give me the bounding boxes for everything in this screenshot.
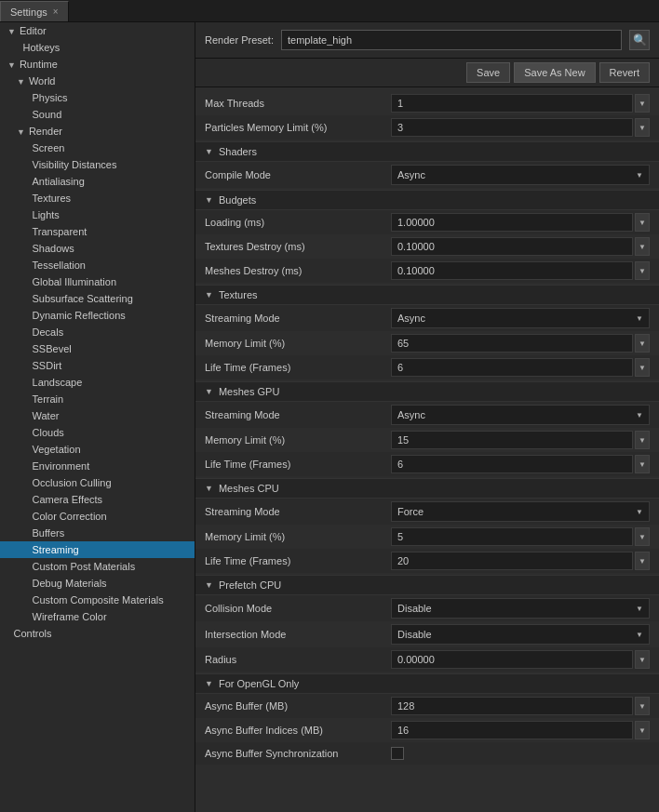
sidebar-item-sound[interactable]: Sound (0, 106, 195, 123)
sidebar-item-global-illumination[interactable]: Global Illumination (0, 273, 195, 290)
field-input[interactable] (391, 237, 633, 256)
form-row: Compile Mode Async ▼ (195, 162, 659, 188)
dropdown-streaming-mode[interactable]: Async ▼ (391, 308, 650, 328)
field-input[interactable] (391, 261, 633, 280)
dropdown-streaming-mode[interactable]: Force ▼ (391, 501, 650, 522)
field-input[interactable] (391, 721, 633, 739)
dropdown-streaming-mode[interactable]: Async ▼ (391, 405, 650, 425)
field-label: Async Buffer (MB) (205, 700, 391, 712)
section-title: Meshes CPU (219, 483, 279, 494)
sidebar-item-runtime[interactable]: ▼Runtime (0, 56, 195, 73)
field-input[interactable] (391, 527, 633, 546)
sidebar-item-ssbevel[interactable]: SSBevel (0, 340, 195, 357)
field-label: Memory Limit (%) (205, 338, 391, 349)
section-header-for-opengl-only[interactable]: ▼ For OpenGL Only (195, 673, 659, 694)
sidebar-item-screen[interactable]: Screen (0, 140, 195, 156)
field-input[interactable] (391, 213, 633, 232)
field-container: ▼ (391, 697, 650, 715)
field-arrow-icon[interactable]: ▼ (635, 721, 650, 739)
field-arrow-icon[interactable]: ▼ (635, 697, 650, 715)
save-as-new-button[interactable]: Save As New (514, 62, 595, 83)
field-arrow-icon[interactable]: ▼ (635, 213, 650, 232)
field-arrow-icon[interactable]: ▼ (635, 650, 650, 669)
arrow-icon (26, 412, 29, 421)
sidebar-item-hotkeys[interactable]: Hotkeys (0, 39, 195, 56)
sidebar-item-antialiasing[interactable]: Antialiasing (0, 173, 195, 190)
search-button[interactable]: 🔍 (629, 30, 650, 50)
sidebar-item-custom-post-materials[interactable]: Custom Post Materials (0, 558, 195, 575)
sidebar-item-controls[interactable]: Controls (0, 625, 195, 642)
sidebar-item-custom-composite-materials[interactable]: Custom Composite Materials (0, 592, 195, 608)
sidebar-item-color-correction[interactable]: Color Correction (0, 508, 195, 525)
sidebar-item-terrain[interactable]: Terrain (0, 391, 195, 407)
field-input[interactable] (391, 358, 633, 377)
field-arrow-icon[interactable]: ▼ (635, 237, 650, 256)
field-input[interactable] (391, 118, 633, 137)
settings-tab[interactable]: Settings × (0, 1, 69, 21)
sidebar-item-lights[interactable]: Lights (0, 206, 195, 223)
sidebar-item-occlusion-culling[interactable]: Occlusion Culling (0, 474, 195, 491)
field-input[interactable] (391, 650, 633, 669)
arrow-icon (26, 245, 29, 254)
sidebar-item-decals[interactable]: Decals (0, 324, 195, 340)
arrow-icon (26, 546, 29, 555)
sidebar-item-textures[interactable]: Textures (0, 190, 195, 206)
section-header-meshes-gpu[interactable]: ▼ Meshes GPU (195, 381, 659, 402)
field-arrow-icon[interactable]: ▼ (635, 527, 650, 546)
field-input[interactable] (391, 697, 633, 715)
field-input[interactable] (391, 334, 633, 353)
sidebar-item-visibility-distances[interactable]: Visibility Distances (0, 156, 195, 173)
sidebar-item-camera-effects[interactable]: Camera Effects (0, 491, 195, 508)
sidebar-item-water[interactable]: Water (0, 407, 195, 424)
field-arrow-icon[interactable]: ▼ (635, 455, 650, 473)
sidebar-item-streaming[interactable]: Streaming (0, 541, 195, 558)
sidebar-item-landscape[interactable]: Landscape (0, 374, 195, 391)
tab-close-icon[interactable]: × (53, 7, 59, 17)
sidebar-item-transparent[interactable]: Transparent (0, 223, 195, 240)
field-arrow-icon[interactable]: ▼ (635, 552, 650, 570)
sidebar-item-render[interactable]: ▼Render (0, 123, 195, 140)
revert-button[interactable]: Revert (599, 62, 650, 83)
field-arrow-icon[interactable]: ▼ (635, 261, 650, 280)
field-label: Radius (205, 654, 391, 665)
arrow-icon (26, 228, 29, 237)
section-header-textures[interactable]: ▼ Textures (195, 285, 659, 305)
field-input[interactable] (391, 94, 633, 113)
sidebar-item-shadows[interactable]: Shadows (0, 240, 195, 257)
sidebar-item-vegetation[interactable]: Vegetation (0, 441, 195, 458)
field-arrow-icon[interactable]: ▼ (635, 118, 650, 137)
field-label: Memory Limit (%) (205, 531, 391, 542)
sidebar-item-physics[interactable]: Physics (0, 89, 195, 106)
sidebar-item-subsurface-scattering[interactable]: Subsurface Scattering (0, 290, 195, 307)
section-header-budgets[interactable]: ▼ Budgets (195, 190, 659, 210)
section-header-prefetch-cpu[interactable]: ▼ Prefetch CPU (195, 575, 659, 595)
sidebar-item-world[interactable]: ▼World (0, 73, 195, 89)
sidebar-item-environment[interactable]: Environment (0, 458, 195, 474)
arrow-icon (26, 362, 29, 371)
preset-input[interactable] (281, 30, 622, 50)
field-input[interactable] (391, 552, 633, 570)
field-arrow-icon[interactable]: ▼ (635, 431, 650, 449)
dropdown-compile-mode[interactable]: Async ▼ (391, 165, 650, 185)
field-input[interactable] (391, 431, 633, 449)
field-label: Compile Mode (205, 169, 391, 180)
sidebar-item-ssdirt[interactable]: SSDirt (0, 357, 195, 374)
section-header-shaders[interactable]: ▼ Shaders (195, 141, 659, 162)
dropdown-collision-mode[interactable]: Disable ▼ (391, 598, 650, 619)
field-container: ▼ (391, 237, 650, 256)
checkbox-async-buffer-synchronization[interactable] (391, 747, 404, 760)
sidebar-item-tessellation[interactable]: Tessellation (0, 257, 195, 273)
field-arrow-icon[interactable]: ▼ (635, 94, 650, 113)
field-arrow-icon[interactable]: ▼ (635, 358, 650, 377)
sidebar-item-buffers[interactable]: Buffers (0, 525, 195, 541)
dropdown-intersection-mode[interactable]: Disable ▼ (391, 624, 650, 645)
field-arrow-icon[interactable]: ▼ (635, 334, 650, 353)
sidebar-item-editor[interactable]: ▼Editor (0, 22, 195, 39)
sidebar-item-dynamic-reflections[interactable]: Dynamic Reflections (0, 307, 195, 324)
save-button[interactable]: Save (466, 62, 510, 83)
field-input[interactable] (391, 455, 633, 473)
section-header-meshes-cpu[interactable]: ▼ Meshes CPU (195, 478, 659, 499)
sidebar-item-debug-materials[interactable]: Debug Materials (0, 575, 195, 592)
sidebar-item-clouds[interactable]: Clouds (0, 424, 195, 441)
sidebar-item-wireframe-color[interactable]: Wireframe Color (0, 608, 195, 625)
